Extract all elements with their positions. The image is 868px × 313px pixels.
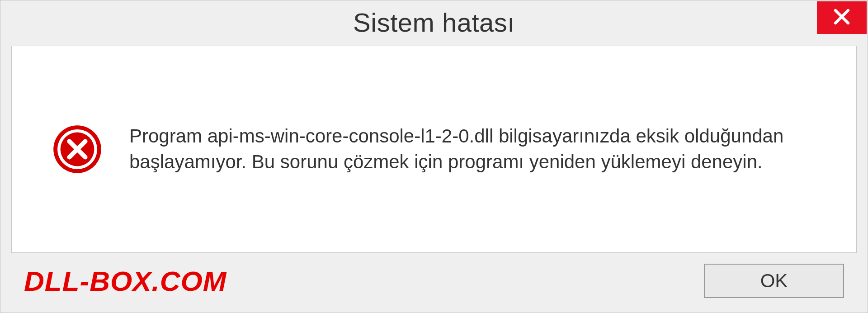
error-icon <box>52 124 102 174</box>
close-icon <box>832 7 851 28</box>
ok-button[interactable]: OK <box>704 264 844 298</box>
error-message: Program api-ms-win-core-console-l1-2-0.d… <box>129 123 825 175</box>
titlebar: Sistem hatası <box>0 0 868 44</box>
content-panel: Program api-ms-win-core-console-l1-2-0.d… <box>11 46 857 253</box>
error-dialog: Sistem hatası Program api-ms-win-core-co… <box>0 0 868 313</box>
watermark-text: DLL-BOX.COM <box>24 265 226 297</box>
close-button[interactable] <box>817 1 867 34</box>
bottom-bar: DLL-BOX.COM OK <box>0 258 868 313</box>
dialog-title: Sistem hatası <box>353 7 515 38</box>
